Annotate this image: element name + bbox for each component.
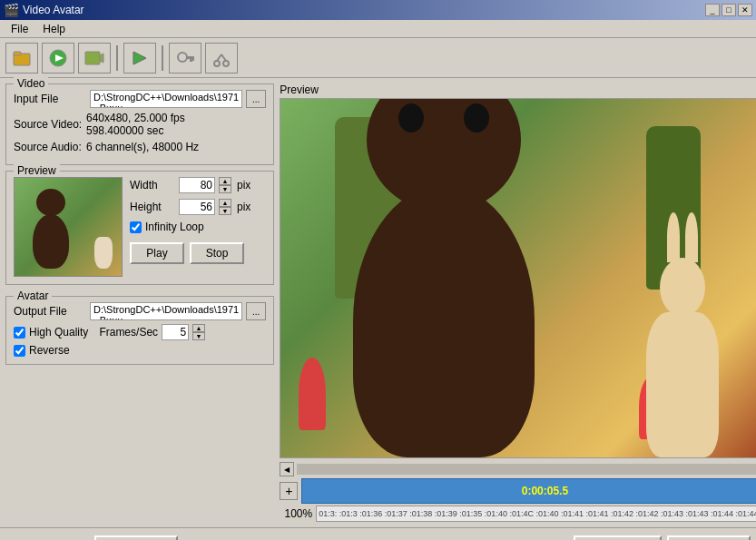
high-quality-row: High Quality xyxy=(14,326,88,339)
width-down[interactable]: ▼ xyxy=(219,185,231,193)
key-button[interactable] xyxy=(169,43,201,74)
bottom-left: www.geovid.com Registration xyxy=(5,535,178,541)
open-button[interactable] xyxy=(5,43,38,74)
toolbar xyxy=(0,38,756,78)
height-row: Height ▲ ▼ pix xyxy=(130,199,266,215)
svg-rect-10 xyxy=(192,56,194,61)
close-button[interactable]: ✕ xyxy=(738,4,752,16)
play-button[interactable] xyxy=(42,43,74,74)
svg-point-12 xyxy=(223,61,229,66)
high-quality-label: High Quality xyxy=(29,326,88,339)
stop-button[interactable]: Stop xyxy=(190,242,244,264)
input-file-text[interactable]: D:\StrongDC++\Downloads\1971 - Винн xyxy=(90,90,242,108)
toolbar-separator-2 xyxy=(162,45,163,71)
menu-help[interactable]: Help xyxy=(35,21,73,37)
ruler-row: 100% 01:3: :01:3 :01:36 :01:37 :01:38 :0… xyxy=(280,506,756,522)
window-title: Video Avatar xyxy=(23,4,84,16)
timeline-ruler: 01:3: :01:3 :01:36 :01:37 :01:38 :01:39 … xyxy=(316,506,756,522)
frames-sec-input[interactable] xyxy=(162,324,189,340)
frames-up[interactable]: ▲ xyxy=(192,324,205,332)
height-spinner: ▲ ▼ xyxy=(219,199,231,215)
bottom-right: Save Picture Save Avatar xyxy=(574,535,751,541)
scroll-left-button[interactable]: ◀ xyxy=(280,462,294,476)
preview-group: Preview Width ▲ xyxy=(5,171,274,285)
avatar-group-label: Avatar xyxy=(14,290,52,302)
video-scene xyxy=(280,99,756,457)
svg-rect-9 xyxy=(190,59,192,62)
left-panel: Video Input File D:\StrongDC++\Downloads… xyxy=(5,83,274,522)
output-file-browse[interactable]: ... xyxy=(246,302,266,320)
go-button[interactable] xyxy=(123,43,156,74)
width-label: Width xyxy=(130,179,175,191)
zoom-in-button[interactable]: + xyxy=(280,482,298,500)
source-audio-row: Source Audio: 6 channel(s), 48000 Hz xyxy=(14,141,266,153)
timeline-time: 0:00:05.5 xyxy=(522,485,568,497)
frames-sec-spinner: ▲ ▼ xyxy=(192,324,205,340)
svg-rect-1 xyxy=(14,52,21,55)
svg-line-13 xyxy=(217,54,221,61)
app-icon: 🎬 xyxy=(4,3,19,17)
cut-button[interactable] xyxy=(205,43,238,74)
source-video-value: 640x480, 25.000 fps 598.400000 sec xyxy=(86,112,266,137)
source-audio-label: Source Audio: xyxy=(14,141,86,153)
source-video-fps: 640x480, 25.000 fps xyxy=(86,112,266,124)
width-input[interactable] xyxy=(179,177,215,193)
infinity-loop-label: Infinity Loop xyxy=(145,221,204,233)
output-file-label: Output File xyxy=(14,305,86,318)
titlebar-buttons: _ □ ✕ xyxy=(705,4,752,16)
height-up[interactable]: ▲ xyxy=(219,199,231,207)
ruler-text: 01:3: :01:3 :01:36 :01:37 :01:38 :01:39 … xyxy=(317,509,756,518)
frames-down[interactable]: ▼ xyxy=(192,332,205,340)
timeline-row: + 0:00:05.5 xyxy=(280,478,756,504)
video-preview: ▲ ▼ xyxy=(280,98,756,458)
svg-point-7 xyxy=(178,53,187,62)
save-picture-button[interactable]: Save Picture xyxy=(574,535,661,541)
output-file-text[interactable]: D:\StrongDC++\Downloads\1971 - Винн xyxy=(90,302,242,320)
title-bar: 🎬 Video Avatar _ □ ✕ xyxy=(0,0,756,20)
input-file-row: Input File D:\StrongDC++\Downloads\1971 … xyxy=(14,90,266,108)
minimize-button[interactable]: _ xyxy=(705,4,720,16)
height-label: Height xyxy=(130,201,175,213)
registration-button[interactable]: Registration xyxy=(94,535,178,541)
video-group: Video Input File D:\StrongDC++\Downloads… xyxy=(5,83,274,165)
save-avatar-button[interactable]: Save Avatar xyxy=(667,535,751,541)
source-video-label: Source Video: xyxy=(14,118,86,131)
video-button[interactable] xyxy=(78,43,111,74)
reverse-checkbox[interactable] xyxy=(14,345,25,357)
toolbar-separator-1 xyxy=(116,45,118,71)
svg-rect-8 xyxy=(186,56,193,59)
play-button-preview[interactable]: Play xyxy=(130,242,184,264)
maximize-button[interactable]: □ xyxy=(722,4,736,16)
preview-section: Width ▲ ▼ pix Height ▲ ▼ xyxy=(14,177,266,277)
high-quality-checkbox[interactable] xyxy=(14,327,25,339)
width-row: Width ▲ ▼ pix xyxy=(130,177,266,193)
width-up[interactable]: ▲ xyxy=(219,177,231,185)
width-pix-label: pix xyxy=(237,179,250,191)
preview-panel-label: Preview xyxy=(280,83,756,96)
output-file-row: Output File D:\StrongDC++\Downloads\1971… xyxy=(14,302,266,320)
input-file-label: Input File xyxy=(14,93,86,105)
height-input[interactable] xyxy=(179,199,215,215)
source-video-row: Source Video: 640x480, 25.000 fps 598.40… xyxy=(14,112,266,137)
height-down[interactable]: ▼ xyxy=(219,207,231,215)
main-area: Video Input File D:\StrongDC++\Downloads… xyxy=(0,78,756,527)
width-spinner: ▲ ▼ xyxy=(219,177,231,193)
svg-line-14 xyxy=(221,54,226,61)
svg-rect-4 xyxy=(85,52,100,64)
timeline-bar[interactable]: 0:00:05.5 xyxy=(301,478,756,504)
video-group-label: Video xyxy=(14,77,48,90)
source-video-duration: 598.400000 sec xyxy=(86,124,266,137)
h-scroll-thumb[interactable] xyxy=(297,464,756,475)
infinity-loop-checkbox[interactable] xyxy=(130,221,142,233)
infinity-loop-row: Infinity Loop xyxy=(130,221,266,233)
svg-point-11 xyxy=(214,61,220,66)
svg-marker-6 xyxy=(133,52,146,64)
play-stop-row: Play Stop xyxy=(130,242,266,264)
input-file-browse[interactable]: ... xyxy=(246,90,266,108)
menu-bar: File Help xyxy=(0,20,756,38)
svg-marker-5 xyxy=(100,54,103,63)
bottom-bar: www.geovid.com Registration Save Picture… xyxy=(0,527,756,540)
menu-file[interactable]: File xyxy=(4,21,35,37)
preview-thumbnail xyxy=(14,177,123,277)
height-pix-label: pix xyxy=(237,201,250,213)
